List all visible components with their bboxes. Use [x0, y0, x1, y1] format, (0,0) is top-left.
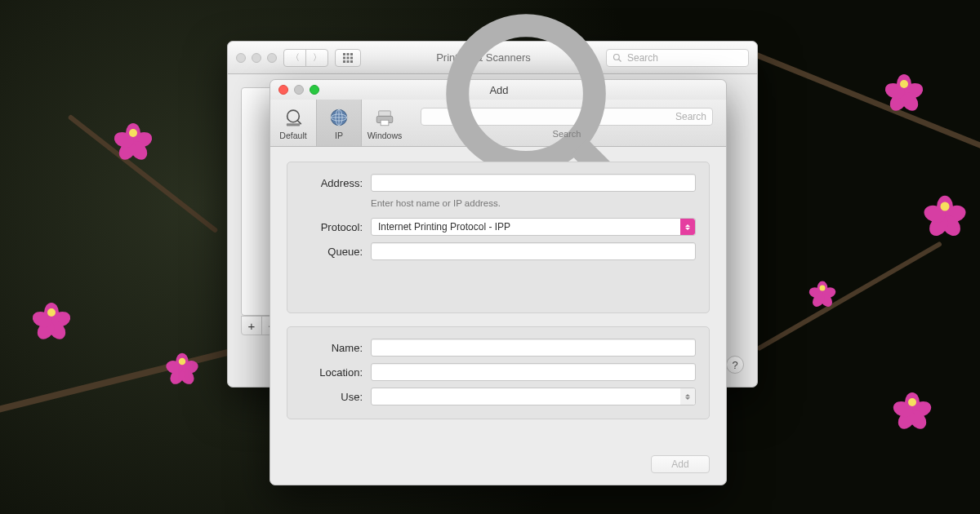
- add-printer-tabbar: Default IP Windows Search Search: [270, 100, 726, 147]
- svg-rect-4: [347, 56, 350, 59]
- tab-windows[interactable]: Windows: [362, 100, 408, 146]
- add-printer-window: Add Default IP Windows Search Search Add…: [270, 79, 727, 485]
- tab-search-area: Search Search: [408, 100, 726, 146]
- chevron-left-icon: 〈: [291, 51, 300, 64]
- svg-rect-1: [347, 53, 350, 55]
- add-printer-search[interactable]: Search: [421, 108, 713, 126]
- location-input[interactable]: [371, 363, 696, 381]
- close-icon[interactable]: [278, 85, 288, 95]
- dialog-footer: Add: [287, 455, 710, 473]
- printer-default-icon: [283, 107, 304, 128]
- grid-icon: [342, 52, 354, 64]
- tab-label: IP: [335, 131, 343, 140]
- queue-label: Queue:: [301, 246, 363, 258]
- svg-rect-0: [343, 53, 345, 55]
- address-input[interactable]: [371, 174, 696, 192]
- nav-back-forward: 〈 〉: [283, 49, 328, 67]
- back-button[interactable]: 〈: [283, 49, 306, 67]
- zoom-icon[interactable]: [267, 53, 277, 63]
- tab-default[interactable]: Default: [270, 100, 316, 146]
- close-icon[interactable]: [236, 53, 246, 63]
- help-button[interactable]: ?: [726, 356, 744, 374]
- svg-point-22: [457, 25, 595, 162]
- minimize-icon[interactable]: [252, 53, 261, 63]
- add-printer-button[interactable]: +: [241, 316, 262, 335]
- chevron-right-icon: 〉: [313, 51, 322, 64]
- svg-rect-7: [347, 60, 350, 63]
- name-label: Name:: [301, 342, 363, 354]
- ip-connection-panel: Address: Enter host name or IP address. …: [287, 162, 710, 313]
- tab-label: Default: [279, 131, 306, 140]
- forward-button[interactable]: 〉: [305, 49, 328, 67]
- globe-icon: [328, 107, 350, 128]
- stepper-icon: [680, 219, 695, 235]
- stepper-icon: [680, 388, 695, 405]
- svg-rect-5: [350, 56, 353, 59]
- location-label: Location:: [301, 366, 363, 379]
- queue-input[interactable]: [371, 242, 696, 260]
- add-button[interactable]: Add: [651, 455, 710, 473]
- show-all-button[interactable]: [335, 49, 361, 67]
- address-label: Address:: [301, 177, 363, 189]
- minimize-icon[interactable]: [294, 85, 304, 95]
- protocol-label: Protocol:: [301, 221, 363, 233]
- printer-windows-icon: [374, 107, 395, 128]
- use-popup[interactable]: [371, 388, 696, 405]
- protocol-popup[interactable]: Internet Printing Protocol - IPP: [371, 218, 696, 236]
- traffic-lights: [278, 85, 319, 95]
- svg-rect-8: [350, 60, 353, 63]
- name-input[interactable]: [371, 339, 696, 357]
- address-hint: Enter host name or IP address.: [371, 198, 696, 208]
- svg-rect-2: [350, 53, 353, 55]
- traffic-lights-inactive: [236, 53, 277, 63]
- svg-rect-19: [379, 110, 391, 116]
- add-printer-body: Address: Enter host name or IP address. …: [270, 147, 726, 485]
- tab-ip[interactable]: IP: [316, 100, 362, 146]
- zoom-icon[interactable]: [310, 85, 319, 95]
- tab-label: Windows: [368, 131, 403, 140]
- svg-rect-21: [381, 120, 389, 126]
- search-tab-label: Search: [553, 129, 581, 139]
- use-label: Use:: [301, 391, 363, 403]
- printer-info-panel: Name: Location: Use:: [287, 326, 710, 419]
- svg-rect-3: [343, 56, 345, 59]
- protocol-value: Internet Printing Protocol - IPP: [378, 221, 680, 233]
- search-placeholder: Search: [675, 111, 706, 122]
- svg-rect-6: [343, 60, 345, 63]
- svg-rect-13: [287, 123, 300, 126]
